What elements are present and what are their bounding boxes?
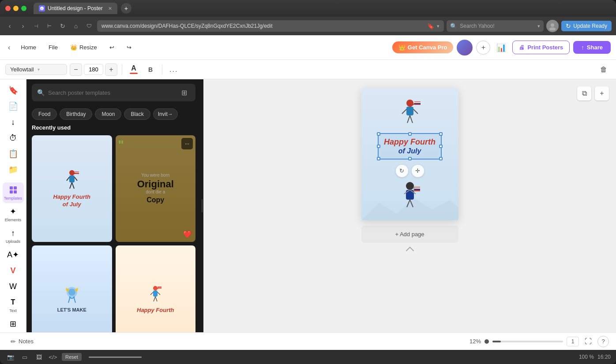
os-photo-button[interactable]: 🖼 — [34, 352, 44, 362]
pill-moon[interactable]: Moon — [95, 108, 121, 120]
notes-button[interactable]: ✏ Notes — [7, 336, 37, 347]
pill-birthday[interactable]: Birthday — [60, 108, 92, 120]
letsmake-text: LET'S MAKE — [57, 307, 86, 312]
handle-bm[interactable] — [408, 157, 412, 160]
os-zoom-slider[interactable] — [89, 357, 142, 358]
share-button[interactable]: ↑ Share — [573, 41, 611, 54]
copy-canvas-button[interactable]: ⧉ — [577, 86, 591, 100]
template-card-original[interactable]: ··· " You were born Original dont die a … — [116, 135, 196, 242]
back-to-home-button[interactable]: ‹ — [5, 41, 13, 54]
handle-ml[interactable] — [377, 145, 380, 148]
refresh-button[interactable]: ↻ — [57, 21, 68, 31]
close-window-button[interactable] — [5, 6, 11, 11]
sidebar-item-text[interactable]: T Text — [3, 295, 24, 316]
sidebar-item-brand[interactable]: V — [3, 263, 24, 278]
sidebar-item-addmore[interactable]: ⊞ — [3, 316, 24, 331]
reset-button[interactable]: Reset — [62, 353, 82, 361]
history-back-button[interactable]: ⊣ — [31, 21, 41, 31]
text-selection-box[interactable]: Happy Fourth of July — [378, 133, 442, 160]
main-content: 🔖 📄 ↓ ⏱ 📋 📁 — [0, 79, 616, 332]
handle-mr[interactable] — [439, 145, 443, 148]
help-button[interactable]: ? — [597, 336, 609, 347]
window-close-area — [605, 6, 611, 11]
text-color-button[interactable]: A — [127, 63, 141, 77]
filter-button[interactable]: ⊞ — [178, 86, 190, 99]
tab-close-icon[interactable]: ✕ — [108, 6, 112, 11]
os-screen-button[interactable]: ▭ — [19, 352, 30, 362]
card-more-button[interactable]: ··· — [181, 138, 193, 149]
pill-food[interactable]: Food — [32, 108, 57, 120]
back-button[interactable]: ‹ — [4, 21, 15, 31]
home-button[interactable]: ⌂ — [71, 21, 81, 31]
search-dropdown-icon[interactable]: ▾ — [537, 23, 540, 29]
decrease-font-size-button[interactable]: − — [70, 63, 82, 76]
sidebar-item-templates[interactable]: Templates — [3, 182, 24, 203]
template-card-july[interactable]: Happy Fourthof July — [32, 135, 112, 242]
template-card-letsmake[interactable]: LET'S MAKE — [32, 245, 112, 332]
svg-rect-48 — [414, 187, 420, 189]
font-selector[interactable]: Yellowtail ▾ — [5, 64, 67, 75]
sidebar-item-bookmark[interactable]: 🔖 — [3, 83, 24, 98]
new-tab-button[interactable]: + — [121, 3, 131, 14]
sidebar-item-download[interactable]: ↓ — [3, 115, 24, 130]
increase-font-size-button[interactable]: + — [105, 63, 117, 76]
add-element-button[interactable]: + — [595, 86, 609, 100]
search-input[interactable] — [48, 89, 174, 96]
sidebar-item-uploads[interactable]: ↑ Uploads — [3, 226, 24, 246]
sidebar-item-folder[interactable]: 📁 — [3, 162, 24, 177]
get-pro-button[interactable]: 👑 Get Canva Pro — [392, 41, 454, 53]
sidebar-item-elements[interactable]: ✦ Elements — [3, 204, 24, 225]
pill-black[interactable]: Black — [124, 108, 150, 120]
sidebar-item-wikipedia[interactable]: W — [3, 279, 24, 294]
template-card-july2[interactable]: Happy Fourth — [116, 245, 196, 332]
handle-br[interactable] — [439, 157, 443, 160]
url-bar[interactable]: www.canva.com/design/DAFHas-QLCE/syZq8nG… — [97, 20, 444, 32]
history-forward-button[interactable]: ⊢ — [44, 21, 55, 31]
handle-bl[interactable] — [377, 157, 380, 160]
bold-button[interactable]: B — [143, 63, 158, 77]
download-sidebar-icon: ↓ — [8, 117, 18, 127]
zoom-slider[interactable] — [492, 341, 563, 342]
fullscreen-button[interactable]: ⛶ — [582, 336, 594, 347]
analytics-button[interactable]: 📊 — [494, 40, 509, 55]
update-ready-button[interactable]: ↻ Update Ready — [561, 21, 612, 31]
delete-element-button[interactable]: 🗑 — [597, 63, 611, 77]
poster-figure-bottom-svg — [394, 181, 425, 212]
font-size-value[interactable]: 180 — [84, 64, 103, 75]
search-box[interactable]: 🔍 ⊞ — [32, 84, 195, 101]
os-code-button[interactable]: </> — [48, 352, 58, 362]
redo-button[interactable]: ↪ — [122, 41, 136, 53]
move-button[interactable]: ✛ — [412, 165, 424, 177]
browser-tab[interactable]: c Untitled design - Poster ✕ — [34, 3, 117, 14]
bookmark-chevron[interactable]: ▾ — [437, 23, 439, 29]
page-counter[interactable]: 1 — [567, 337, 579, 346]
print-posters-button[interactable]: 🖨 Print Posters — [512, 41, 570, 54]
sidebar-item-notes[interactable]: 📋 — [3, 146, 24, 161]
file-menu-button[interactable]: File — [44, 41, 62, 53]
handle-tr[interactable] — [439, 132, 443, 136]
sidebar-item-page[interactable]: 📄 — [3, 99, 24, 114]
os-camera-button[interactable]: 📷 — [5, 352, 16, 362]
maximize-window-button[interactable] — [21, 6, 26, 11]
resize-button[interactable]: 👑 Resize — [66, 41, 101, 53]
handle-tl[interactable] — [377, 132, 380, 136]
panel-scroll[interactable]: Recently used — [26, 124, 201, 332]
undo-button[interactable]: ↩ — [105, 41, 119, 53]
rotate-button[interactable]: ↻ — [396, 165, 408, 177]
add-collaborator-button[interactable]: + — [476, 41, 490, 55]
sidebar-item-text-effects[interactable]: A✦ — [3, 247, 24, 262]
bookmark-icon[interactable]: 🔖 — [427, 23, 434, 30]
add-page-button[interactable]: + Add page — [361, 226, 458, 243]
home-button[interactable]: Home — [16, 41, 41, 53]
sidebar-item-recent[interactable]: ⏱ — [3, 130, 24, 145]
minimize-window-button[interactable] — [13, 6, 19, 11]
user-avatar[interactable] — [457, 40, 473, 56]
profile-button[interactable] — [546, 20, 559, 32]
forward-button[interactable]: › — [18, 21, 28, 31]
svg-rect-49 — [414, 189, 420, 190]
more-options-button[interactable]: ... — [167, 64, 180, 75]
search-bar[interactable]: 🔍 Search Yahoo! ▾ — [447, 20, 544, 32]
svg-line-13 — [67, 177, 69, 181]
handle-tm[interactable] — [408, 132, 412, 136]
pill-more-arrow[interactable]: Invit→ — [153, 108, 178, 120]
